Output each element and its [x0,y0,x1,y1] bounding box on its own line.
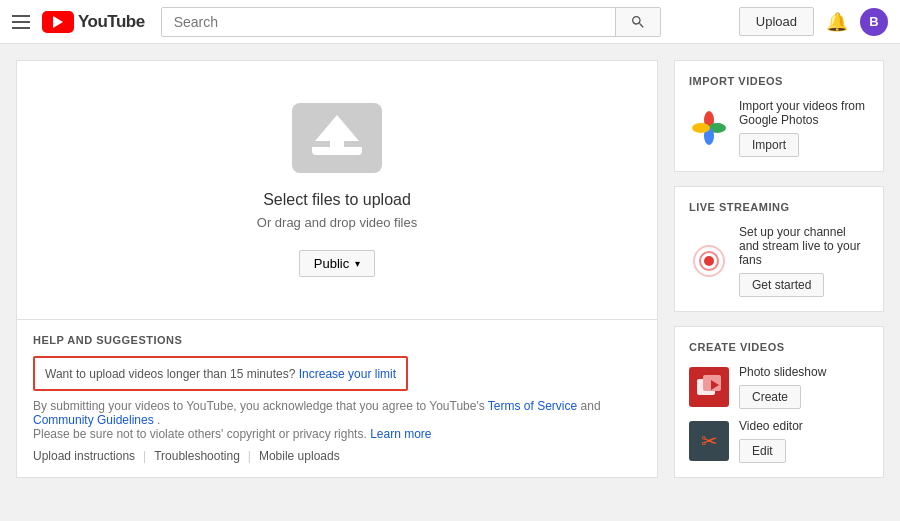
svg-point-3 [692,123,710,133]
upload-dropzone[interactable]: Select files to upload Or drag and drop … [17,61,657,319]
help-consent: By submitting your videos to YouTube, yo… [33,399,641,441]
mobile-uploads-link[interactable]: Mobile uploads [259,449,340,463]
bell-icon[interactable]: 🔔 [826,11,848,33]
upload-section: Select files to upload Or drag and drop … [16,60,658,478]
nav-right: Upload 🔔 B [739,7,888,36]
help-title: HELP AND SUGGESTIONS [33,334,641,346]
get-started-button[interactable]: Get started [739,273,824,297]
live-streaming-icon [689,241,729,281]
video-editor-icon: ✂ [689,421,729,461]
import-item: Import your videos from Google Photos Im… [689,99,869,157]
privacy-chevron-icon: ▾ [355,258,360,269]
menu-icon[interactable] [12,15,30,29]
main-layout: Select files to upload Or drag and drop … [0,44,900,494]
import-label: Import your videos from Google Photos [739,99,869,127]
help-section: HELP AND SUGGESTIONS Want to upload vide… [17,319,657,477]
google-photos-icon [689,108,729,148]
search-bar [161,7,661,37]
slideshow-label: Photo slideshow [739,365,869,379]
live-item: Set up your channel and stream live to y… [689,225,869,297]
import-button[interactable]: Import [739,133,799,157]
guidelines-link[interactable]: Community Guidelines [33,413,154,427]
slideshow-item: Photo slideshow Create [689,365,869,409]
terms-link[interactable]: Terms of Service [488,399,577,413]
create-title: CREATE VIDEOS [689,341,869,353]
upload-arrow-icon [312,121,362,155]
increase-limit-link[interactable]: Increase your limit [299,367,396,381]
search-input[interactable] [162,8,615,36]
upload-button[interactable]: Upload [739,7,814,36]
edit-button[interactable]: Edit [739,439,786,463]
photo-slideshow-icon [689,367,729,407]
troubleshooting-link[interactable]: Troubleshooting [154,449,240,463]
search-button[interactable] [615,8,660,36]
create-videos-card: CREATE VIDEOS Photo slideshow Create ✂ [674,326,884,478]
live-title: LIVE STREAMING [689,201,869,213]
sidebar: IMPORT VIDEOS Import your videos from Go… [674,60,884,478]
help-links: Upload instructions | Troubleshooting | … [33,449,641,463]
create-slideshow-button[interactable]: Create [739,385,801,409]
editor-item: ✂ Video editor Edit [689,419,869,463]
live-streaming-card: LIVE STREAMING Set up your channel and s… [674,186,884,312]
privacy-label: Public [314,256,349,271]
upload-icon-box [292,103,382,173]
avatar[interactable]: B [860,8,888,36]
youtube-logo[interactable]: YouTube [42,11,145,33]
upload-instructions-link[interactable]: Upload instructions [33,449,135,463]
live-label: Set up your channel and stream live to y… [739,225,869,267]
upload-title: Select files to upload [263,191,411,209]
help-limit-box: Want to upload videos longer than 15 min… [33,356,408,391]
help-limit-text: Want to upload videos longer than 15 min… [45,367,396,381]
privacy-dropdown[interactable]: Public ▾ [299,250,375,277]
learn-more-link[interactable]: Learn more [370,427,431,441]
upload-subtitle: Or drag and drop video files [257,215,417,230]
import-title: IMPORT VIDEOS [689,75,869,87]
editor-label: Video editor [739,419,869,433]
topnav: YouTube Upload 🔔 B [0,0,900,44]
import-videos-card: IMPORT VIDEOS Import your videos from Go… [674,60,884,172]
